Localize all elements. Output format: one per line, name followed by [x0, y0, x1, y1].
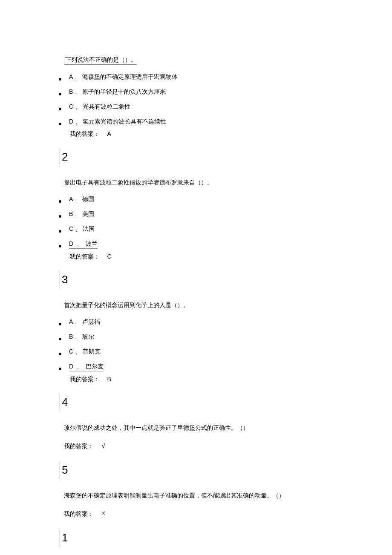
option-b: B 、 原子的半径是十的负八次方厘米	[55, 87, 337, 96]
option-a: A 、 德国	[55, 195, 337, 204]
checkmark-icon: √	[101, 441, 106, 450]
question-2: 2 提出电子具有波粒二象性假设的学者德布罗意来自（）。 A 、 德国 B 、 美…	[55, 144, 337, 261]
option-text: 普朗克	[83, 347, 101, 356]
option-label: A	[69, 317, 73, 326]
question-text: 首次把量子化的概念运用到化学上的人是（）。	[64, 301, 337, 310]
question-5: 5 海森堡的不确定原理表明能测量出电子准确的位置，但不能测出其准确的动量。（） …	[55, 457, 337, 519]
option-text: 原子的半径是十的负八次方厘米	[82, 87, 166, 96]
option-text: 法国	[83, 224, 95, 233]
option-b: B 、 美国	[55, 210, 337, 219]
option-d: D 、 氢元素光谱的波长具有不连续性	[55, 117, 337, 126]
option-text: 卢瑟福	[82, 317, 100, 326]
answer-line: 我的答案： ×	[64, 508, 337, 519]
bullet-icon	[59, 108, 61, 110]
option-separator: 、	[75, 317, 81, 326]
option-separator: 、	[77, 241, 83, 247]
answer-line: 我的答案： C	[70, 252, 337, 261]
question-number: 5	[60, 462, 68, 479]
option-label: A	[69, 72, 73, 81]
answer-prefix: 我的答案：	[64, 511, 94, 517]
option-label: D	[69, 117, 73, 126]
option-separator: 、	[75, 224, 81, 233]
options-list: A 、 德国 B 、 美国 C 、 法国 D 、 波兰	[55, 195, 337, 249]
question-3: 3 首次把量子化的概念运用到化学上的人是（）。 A 、 卢瑟福 B 、 玻尔 C…	[55, 267, 337, 384]
options-list: A 、 卢瑟福 B 、 玻尔 C 、 普朗克 D 、 巴尔麦	[55, 317, 337, 371]
option-separator: 、	[77, 363, 83, 370]
option-text: 德国	[82, 195, 94, 204]
option-b: B 、 玻尔	[55, 332, 337, 341]
question-number: 2	[60, 149, 68, 166]
bullet-icon	[59, 230, 61, 233]
option-text: 氢元素光谱的波长具有不连续性	[83, 117, 166, 126]
answer-value: C	[107, 253, 112, 260]
option-d: D 、 波兰	[55, 239, 337, 249]
bullet-icon	[59, 200, 61, 203]
bullet-icon	[59, 323, 61, 325]
option-c: C 、 光具有波粒二象性	[55, 102, 337, 111]
question-number: 4	[60, 394, 68, 411]
options-list: A 、 海森堡的不确定原理适用于宏观物体 B 、 原子的半径是十的负八次方厘米 …	[55, 72, 337, 126]
option-a: A 、 卢瑟福	[55, 317, 337, 326]
option-text: 波兰	[86, 241, 98, 247]
option-separator: 、	[75, 87, 81, 96]
option-separator: 、	[75, 102, 81, 111]
option-d: D 、 巴尔麦	[55, 362, 337, 371]
option-c: C 、 普朗克	[55, 347, 337, 356]
option-label: B	[69, 87, 73, 96]
option-text: 光具有波粒二象性	[83, 102, 130, 111]
answer-prefix: 我的答案：	[70, 131, 100, 137]
bullet-icon	[59, 338, 61, 340]
option-separator: 、	[75, 332, 81, 341]
option-label: C	[69, 102, 73, 111]
option-text: 巴尔麦	[86, 363, 104, 370]
answer-line: 我的答案： B	[70, 375, 337, 384]
answer-line: 我的答案： √	[64, 440, 337, 451]
question-4: 4 玻尔假说的成功之处，其中一点就是验证了里德堡公式的正确性。（） 我的答案： …	[55, 390, 337, 451]
question-6: 1 波函数 ψ 的变量不包括（）。 A 、 r	[55, 525, 337, 555]
option-text: 玻尔	[82, 332, 94, 341]
bullet-icon	[59, 353, 61, 355]
option-label: B	[69, 210, 73, 219]
option-separator: 、	[75, 117, 81, 126]
question-text: 玻尔假说的成功之处，其中一点就是验证了里德堡公式的正确性。（）	[64, 423, 337, 432]
bullet-icon	[59, 78, 61, 81]
bullet-icon	[59, 93, 61, 95]
option-separator: 、	[75, 72, 81, 81]
option-separator: 、	[75, 195, 81, 204]
option-label: D	[69, 240, 73, 247]
answer-line: 我的答案： A	[70, 129, 337, 138]
option-separator: 、	[75, 210, 81, 219]
question-1: 下列说法不正确的是（）。 A 、 海森堡的不确定原理适用于宏观物体 B 、 原子…	[55, 55, 337, 138]
question-text: 下列说法不正确的是（）。	[64, 55, 337, 65]
option-label: C	[69, 224, 73, 233]
option-text: 美国	[82, 210, 94, 219]
question-text: 提出电子具有波粒二象性假设的学者德布罗意来自（）。	[64, 178, 337, 187]
option-label: A	[69, 195, 73, 204]
question-number: 3	[60, 271, 68, 289]
option-label: B	[69, 332, 73, 341]
bullet-icon	[59, 123, 61, 125]
cross-icon: ×	[101, 509, 106, 518]
bullet-icon	[59, 245, 61, 247]
option-label: D	[69, 363, 73, 370]
bullet-icon	[59, 215, 61, 218]
answer-value: B	[107, 376, 111, 382]
answer-prefix: 我的答案：	[70, 376, 100, 382]
option-label: C	[69, 347, 73, 356]
option-a: A 、 海森堡的不确定原理适用于宏观物体	[55, 72, 337, 81]
answer-prefix: 我的答案：	[64, 443, 94, 449]
question-number: 1	[60, 529, 68, 547]
bullet-icon	[59, 368, 61, 370]
answer-value: A	[107, 130, 111, 137]
option-text: 海森堡的不确定原理适用于宏观物体	[82, 72, 178, 81]
option-separator: 、	[75, 347, 81, 356]
option-c: C 、 法国	[55, 224, 337, 233]
question-text: 海森堡的不确定原理表明能测量出电子准确的位置，但不能测出其准确的动量。（）	[64, 491, 337, 500]
answer-prefix: 我的答案：	[70, 253, 100, 260]
